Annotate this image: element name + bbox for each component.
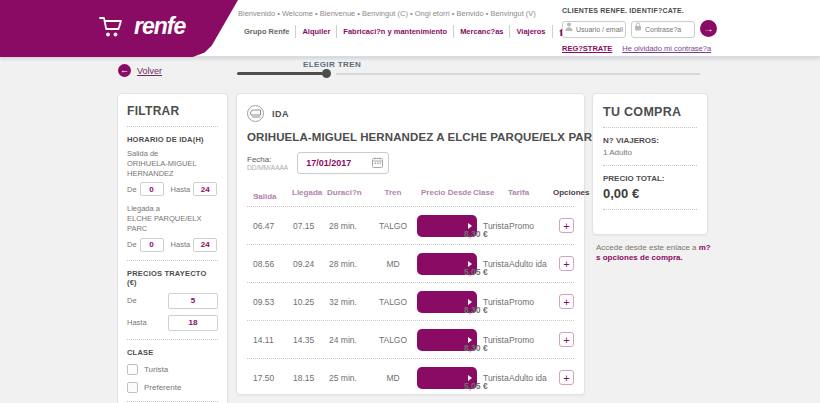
ida-label: IDA (272, 109, 289, 119)
divider (127, 126, 218, 127)
volver-link[interactable]: Volver (137, 66, 162, 76)
filter-title: FILTRAR (127, 104, 218, 118)
register-link[interactable]: REG?STRATE (562, 44, 612, 53)
precios-section-title: PRECIOS TRAYECTO (€) (127, 269, 218, 287)
turista-label: Turista (144, 365, 168, 374)
nav-mercancias[interactable]: Mercanc?as (454, 25, 510, 38)
route-title: ORIHUELA-MIGUEL HERNANDEZ A ELCHE PARQUE… (247, 131, 601, 143)
cell-duracion: 32 min. (329, 297, 357, 307)
cell-tarifa: Adulto ida (509, 373, 547, 383)
progress-bar-track (336, 73, 700, 75)
llegada-hasta-input[interactable] (193, 238, 217, 252)
hasta-label: Hasta (127, 318, 147, 327)
divider (127, 339, 218, 340)
table-row: 14.11 14.35 24 min. TALGO 8,30 € Turista… (247, 320, 574, 358)
cell-salida: 17.50 (253, 373, 274, 383)
cell-llegada: 18.15 (293, 373, 314, 383)
renfe-booking-page: renfe Bienvenido • Welcome • Bienvenue •… (0, 0, 820, 403)
table-row: 08.56 09.24 28 min. MD 5,05 € Turista Ad… (247, 244, 574, 282)
cell-clase: Turista (483, 373, 509, 383)
price-select-button[interactable]: 5,05 € (417, 253, 477, 275)
salida-de-label: Salida de ORIHUELA-MIGUEL HERNANDEZ (127, 149, 218, 178)
cell-salida: 06.47 (253, 221, 274, 231)
divider (603, 209, 697, 210)
cell-tren: TALGO (373, 221, 413, 231)
logo-wordmark: renfe (134, 13, 185, 40)
clase-section-title: CLASE (127, 348, 218, 357)
add-options-button[interactable] (559, 332, 574, 347)
cell-salida: 08.56 (253, 259, 274, 269)
cell-clase: Turista (483, 259, 509, 269)
price-select-button[interactable]: 8,30 € (417, 215, 477, 237)
de-label: De (127, 296, 137, 305)
col-precio-desde[interactable]: Precio Desde (421, 188, 472, 197)
login-submit-button[interactable] (700, 20, 717, 37)
col-tren[interactable]: Tren (373, 188, 413, 197)
nav-viajeros[interactable]: Viajeros (510, 25, 552, 38)
cell-llegada: 07.15 (293, 221, 314, 231)
price-select-button[interactable]: 5,05 € (417, 367, 477, 389)
llegada-a-label: Llegada a ELCHE PARQUE/ELX PARC (127, 204, 218, 233)
cell-duracion: 24 min. (329, 335, 357, 345)
cell-llegada: 10.25 (293, 297, 314, 307)
cell-clase: Turista (483, 335, 509, 345)
divider (127, 260, 218, 261)
nav-fabricacion[interactable]: Fabricaci?n y mantenimiento (337, 25, 454, 38)
lock-icon (634, 22, 642, 31)
cell-duracion: 28 min. (329, 221, 357, 231)
filter-panel: FILTRAR HORARIO DE IDA(H) Salida de ORIH… (117, 93, 228, 403)
train-table-header: Salida Llegada Duraci?n Tren Precio Desd… (247, 184, 574, 206)
results-panel: IDA ORIHUELA-MIGUEL HERNANDEZ A ELCHE PA… (236, 93, 585, 395)
forgot-password-link[interactable]: He olvidado mi contrase?a (622, 44, 711, 53)
cell-llegada: 14.35 (293, 335, 314, 345)
sort-asc-icon (253, 192, 259, 201)
precio-hasta-input[interactable] (168, 315, 218, 331)
llegada-de-input[interactable] (140, 238, 164, 252)
main-nav: Grupo Renfe Alquiler Fabricaci?n y mante… (238, 25, 575, 38)
cell-tren: TALGO (373, 297, 413, 307)
cell-salida: 09.53 (253, 297, 274, 307)
col-duracion[interactable]: Duraci?n (327, 188, 362, 197)
login-title: CLIENTES RENFE. IDENTIF?CATE. (562, 7, 812, 14)
password-field-wrap (631, 18, 695, 38)
add-options-button[interactable] (559, 294, 574, 309)
col-clase[interactable]: Clase (473, 188, 494, 197)
preferente-checkbox[interactable] (127, 382, 138, 393)
progress-bar-dot (322, 69, 331, 78)
nav-alquiler[interactable]: Alquiler (296, 25, 337, 38)
calendar-icon[interactable] (372, 157, 383, 168)
cart-title: TU COMPRA (603, 105, 697, 119)
nav-grupo-renfe[interactable]: Grupo Renfe (238, 25, 296, 38)
table-row: 09.53 10.25 32 min. TALGO 8,30 € Turista… (247, 282, 574, 320)
cart-logo-icon (98, 15, 126, 39)
train-icon (247, 105, 264, 122)
renfe-logo[interactable]: renfe (98, 13, 185, 40)
col-tarifa[interactable]: Tarifa (508, 188, 529, 197)
add-options-button[interactable] (559, 256, 574, 271)
divider (603, 127, 697, 128)
login-area: CLIENTES RENFE. IDENTIF?CATE. REG? (562, 7, 812, 53)
col-llegada[interactable]: Llegada (292, 188, 322, 197)
preferente-label: Preferente (144, 383, 181, 392)
col-opciones: Opciones (553, 188, 589, 197)
price-select-button[interactable]: 8,30 € (417, 291, 477, 313)
turista-checkbox[interactable] (127, 364, 138, 375)
add-options-button[interactable] (559, 218, 574, 233)
welcome-line: Bienvenido • Welcome • Bienvenue • Benvi… (238, 9, 578, 18)
price-select-button[interactable]: 8,30 € (417, 329, 477, 351)
salida-hasta-input[interactable] (193, 182, 217, 196)
header: renfe Bienvenido • Welcome • Bienvenue •… (0, 0, 820, 57)
de-label: De (127, 240, 137, 249)
progress-step-label: ELEGIR TREN (237, 60, 427, 69)
price-arrow-icon (468, 261, 472, 267)
precio-de-input[interactable] (168, 293, 218, 309)
de-label: De (127, 185, 137, 194)
price-arrow-icon (468, 375, 472, 381)
back-arrow-icon[interactable] (118, 64, 131, 77)
purchase-panel: TU COMPRA N? VIAJEROS: 1 Adulto PRECIO T… (592, 93, 708, 235)
add-options-button[interactable] (559, 370, 574, 385)
salida-de-input[interactable] (140, 182, 164, 196)
train-table-body: 06.47 07.15 28 min. TALGO 8,30 € Turista… (247, 206, 574, 396)
cell-tarifa: Promo (509, 221, 534, 231)
price-arrow-icon (468, 299, 472, 305)
